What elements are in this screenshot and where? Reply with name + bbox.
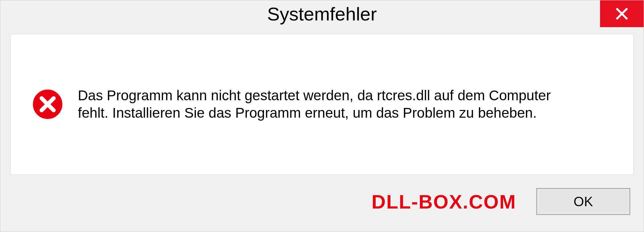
error-message: Das Programm kann nicht gestartet werden…: [78, 87, 581, 122]
dialog-footer: DLL-BOX.COM OK: [0, 181, 644, 222]
watermark-text: DLL-BOX.COM: [372, 190, 516, 213]
ok-button[interactable]: OK: [536, 188, 630, 215]
ok-button-label: OK: [574, 194, 593, 209]
content-panel: Das Programm kann nicht gestartet werden…: [10, 34, 634, 175]
error-icon: [31, 88, 64, 121]
close-icon: [614, 6, 629, 21]
titlebar: Systemfehler: [0, 0, 644, 27]
error-dialog: Systemfehler Das Programm kann nicht ges…: [0, 0, 644, 232]
dialog-title: Systemfehler: [267, 3, 377, 25]
close-button[interactable]: [600, 0, 644, 27]
